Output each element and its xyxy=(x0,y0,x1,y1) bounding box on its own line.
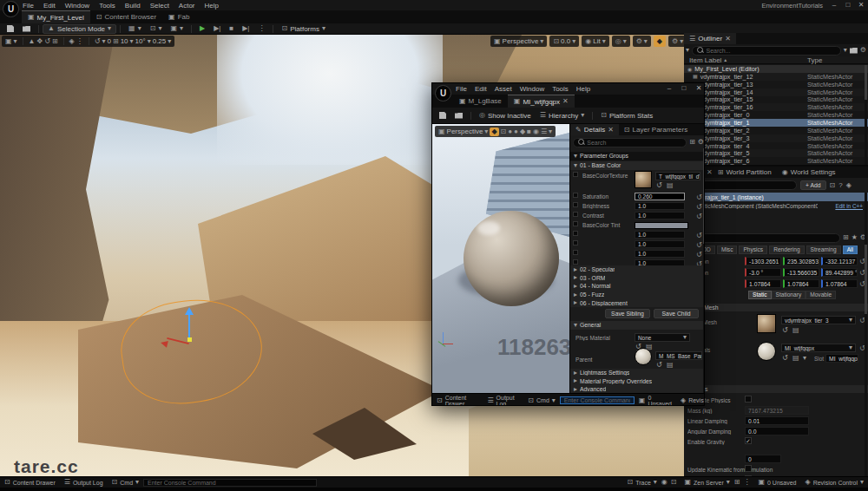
filter-streaming[interactable]: Streaming xyxy=(806,245,841,254)
close-icon[interactable]: ✕ xyxy=(608,127,614,134)
add-component-button[interactable]: + Add xyxy=(800,180,826,190)
group-03-orm[interactable]: ▸03 - ORM xyxy=(570,274,705,283)
hamburger-icon[interactable]: ☰ xyxy=(541,128,547,135)
parent-dropdown[interactable]: M_MS_Base_Para▾ xyxy=(655,351,702,360)
filter-rendering[interactable]: Rendering xyxy=(769,245,804,254)
reset-icon[interactable]: ↺ xyxy=(696,251,702,259)
view-mode-icon[interactable]: ⊡ xyxy=(501,128,507,135)
skip-button[interactable]: ▶| xyxy=(209,24,225,34)
static-mesh-section-header[interactable]: Static Mesh xyxy=(684,304,868,311)
optimization-dropdown[interactable]: ⚙▾ xyxy=(633,36,651,47)
folder-icon[interactable] xyxy=(850,48,858,54)
param-checkbox[interactable] xyxy=(573,259,578,265)
physics-value-field[interactable]: 0.01 xyxy=(745,416,809,425)
tab-details[interactable]: ✎ Details ✕ xyxy=(570,124,619,135)
param-checkbox[interactable] xyxy=(573,172,578,177)
eject-button[interactable]: ▶| xyxy=(238,24,253,34)
transform-rotation-x[interactable]: -3.0 ° xyxy=(745,268,781,277)
view-mode-dropdown[interactable]: ◉Lit▾ xyxy=(582,36,608,47)
display-filter-icon[interactable]: ⊞ xyxy=(843,234,849,241)
mobility-static[interactable]: Static xyxy=(748,291,772,299)
use-selected-icon[interactable]: ↺ xyxy=(782,327,788,334)
texture-dropdown[interactable]: T_wtjfgqpx_til_d▾ xyxy=(655,172,700,180)
physics-checkbox[interactable]: ✓ xyxy=(745,437,752,444)
close-button[interactable]: ✕ xyxy=(693,84,705,93)
color-swatch[interactable] xyxy=(635,222,688,229)
tab-outliner[interactable]: ☰ Outliner ✕ xyxy=(684,33,736,44)
tab-layer-parameters[interactable]: ⊡ Layer Parameters xyxy=(619,124,693,135)
mat-details-search[interactable] xyxy=(573,138,687,147)
chevron-down-icon[interactable]: ▾ xyxy=(148,38,151,45)
details-search-input[interactable] xyxy=(700,235,835,241)
chevron-down-icon[interactable]: ▾ xyxy=(484,128,488,135)
mat-console-input[interactable] xyxy=(560,396,635,404)
parent-thumbnail[interactable] xyxy=(635,348,652,365)
transform-location-z[interactable]: -332.12137 xyxy=(821,257,858,265)
platforms-dropdown[interactable]: ⊡ Platforms ▾ xyxy=(277,24,330,34)
group-02-specular[interactable]: ▸02 - Specular xyxy=(570,265,705,274)
stop-button[interactable]: ■ xyxy=(225,24,238,34)
zen-server-dropdown[interactable]: ▣Zen Server▾ xyxy=(681,477,734,488)
output-log-button[interactable]: ☰Output Log xyxy=(60,477,108,488)
menu-item-tools[interactable]: Tools xyxy=(99,2,115,10)
close-button[interactable]: ✕ xyxy=(855,1,867,10)
display-filter-icon[interactable]: ⊞ xyxy=(689,139,695,146)
tab-content-browser[interactable]: ⊡Content Browser xyxy=(90,10,162,23)
show-inactive-toggle[interactable]: ◎Show Inactive xyxy=(475,111,536,121)
phys-material-dropdown[interactable]: None▾ xyxy=(635,333,690,342)
kebab-icon[interactable]: ⋮ xyxy=(743,479,750,486)
param-checkbox[interactable] xyxy=(573,193,578,198)
browse-button[interactable] xyxy=(450,111,467,121)
texture-thumbnail[interactable] xyxy=(635,171,652,188)
unsaved-indicator[interactable]: ▣0 Unsaved xyxy=(635,395,676,406)
cmd-dropdown[interactable]: ⊡Cmd▾ xyxy=(108,477,144,488)
mat-menu-item-asset[interactable]: Asset xyxy=(495,85,512,93)
outliner-row[interactable]: ◉My_First_Level (Editor) xyxy=(684,65,868,73)
add-actor-dropdown[interactable]: ▦▾ xyxy=(124,24,146,34)
param-checkbox[interactable] xyxy=(573,202,578,207)
mobility-movable[interactable]: Movable xyxy=(806,291,836,299)
preview-cube-icon[interactable]: ■ xyxy=(527,128,531,135)
show-flags-dropdown[interactable]: ◎▾ xyxy=(612,36,630,47)
tab-fab[interactable]: ▣Fab xyxy=(162,10,195,23)
perspective-label[interactable]: Perspective xyxy=(447,128,483,135)
maximize-button[interactable]: □ xyxy=(842,1,854,10)
chevron-down-icon[interactable]: ▾ xyxy=(14,38,17,45)
reset-icon[interactable]: ↺ xyxy=(696,232,702,239)
use-selected-icon[interactable]: ↺ xyxy=(782,355,788,362)
mat-tab-mi_wtjfgqpx[interactable]: ▣MI_wtjfgqpx✕ xyxy=(508,95,575,108)
blueprints-dropdown[interactable]: ⊡▾ xyxy=(146,24,167,34)
static-mesh-thumbnail[interactable] xyxy=(757,314,776,333)
outliner-row[interactable]: ▦vdymtrajpx_tier_12StaticMeshActor xyxy=(684,73,868,81)
lock-icon[interactable]: ◈ xyxy=(846,182,852,189)
close-icon[interactable]: ✕ xyxy=(725,36,731,43)
network-icon[interactable]: ◉ xyxy=(661,479,667,486)
preview-cylinder-icon[interactable]: ● xyxy=(508,128,512,135)
hierarchy-dropdown[interactable]: ☰Hierarchy▾ xyxy=(536,111,589,121)
filter-all[interactable]: All xyxy=(843,245,858,254)
chevron-down-icon[interactable]: ▾ xyxy=(803,355,806,362)
outliner-row[interactable]: ▦vdymtrajpx_tier_2StaticMeshActor xyxy=(684,127,868,134)
param-value-field[interactable]: 1.0 xyxy=(635,250,685,258)
column-type[interactable]: Type xyxy=(807,56,822,64)
snap-zero-label[interactable]: 0 xyxy=(107,37,110,45)
use-selected-icon[interactable]: ↺ xyxy=(656,362,662,369)
chevron-down-icon[interactable]: ▾ xyxy=(130,38,134,45)
transform-scale-x[interactable]: 1.07864 xyxy=(745,279,781,288)
details-actor-search-input[interactable] xyxy=(700,182,792,188)
mat-menu-item-window[interactable]: Window xyxy=(520,85,544,93)
grid-snap-value[interactable]: 10 xyxy=(121,37,128,45)
revision-control-button[interactable]: ◈Revision Control▾ xyxy=(800,477,868,488)
param-checkbox[interactable] xyxy=(573,240,578,245)
outliner-row[interactable]: ▦vdymtrajpx_tier_0StaticMeshActor xyxy=(684,111,868,119)
slot-name-field[interactable]: MI_wtjfgqpx xyxy=(825,354,858,363)
group-05-fuzz[interactable]: ▸05 - Fuzz xyxy=(570,291,705,299)
chevron-down-icon[interactable]: ▾ xyxy=(168,38,171,45)
general-section-header[interactable]: ▾ General xyxy=(570,321,705,330)
mat-menu-item-help[interactable]: Help xyxy=(576,85,590,93)
menu-item-file[interactable]: File xyxy=(23,2,34,10)
filter-misc[interactable]: Misc xyxy=(717,245,738,254)
browse-to-icon[interactable]: ▤ xyxy=(792,327,799,334)
play-button[interactable]: ▶ xyxy=(195,24,209,34)
param-value-field[interactable]: 1.0 xyxy=(635,212,685,219)
